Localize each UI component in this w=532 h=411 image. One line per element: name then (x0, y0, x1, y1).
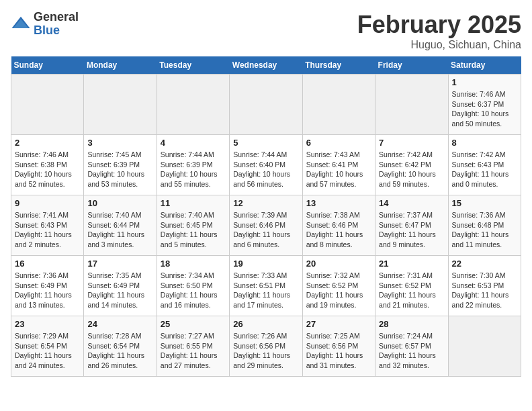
day-number: 28 (379, 319, 444, 329)
calendar-cell: 10Sunrise: 7:40 AM Sunset: 6:44 PM Dayli… (84, 195, 157, 256)
day-number: 15 (452, 198, 517, 208)
day-info: Sunrise: 7:25 AM Sunset: 6:56 PM Dayligh… (306, 331, 371, 371)
day-number: 25 (161, 319, 226, 329)
calendar-cell: 12Sunrise: 7:39 AM Sunset: 6:46 PM Dayli… (230, 195, 302, 256)
day-info: Sunrise: 7:44 AM Sunset: 6:39 PM Dayligh… (161, 150, 226, 189)
calendar-cell: 14Sunrise: 7:37 AM Sunset: 6:47 PM Dayli… (375, 195, 448, 256)
calendar-cell: 7Sunrise: 7:42 AM Sunset: 6:42 PM Daylig… (375, 135, 448, 195)
day-info: Sunrise: 7:40 AM Sunset: 6:44 PM Dayligh… (87, 210, 152, 250)
calendar-cell: 3Sunrise: 7:45 AM Sunset: 6:39 PM Daylig… (84, 135, 157, 195)
day-info: Sunrise: 7:40 AM Sunset: 6:45 PM Dayligh… (161, 210, 226, 250)
calendar-subtitle: Huguo, Sichuan, China (357, 39, 521, 51)
day-info: Sunrise: 7:41 AM Sunset: 6:43 PM Dayligh… (15, 210, 80, 250)
day-info: Sunrise: 7:26 AM Sunset: 6:56 PM Dayligh… (233, 331, 298, 371)
weekday-header: Saturday (448, 56, 521, 75)
day-info: Sunrise: 7:30 AM Sunset: 6:53 PM Dayligh… (452, 271, 517, 310)
day-info: Sunrise: 7:36 AM Sunset: 6:48 PM Dayligh… (452, 210, 517, 250)
calendar-cell: 6Sunrise: 7:43 AM Sunset: 6:41 PM Daylig… (302, 135, 375, 195)
day-number: 4 (161, 138, 226, 148)
day-number: 2 (15, 138, 80, 148)
day-info: Sunrise: 7:46 AM Sunset: 6:38 PM Dayligh… (15, 150, 80, 189)
calendar-cell (157, 75, 229, 135)
calendar-cell: 2Sunrise: 7:46 AM Sunset: 6:38 PM Daylig… (11, 135, 84, 195)
calendar-cell: 26Sunrise: 7:26 AM Sunset: 6:56 PM Dayli… (230, 316, 302, 377)
day-info: Sunrise: 7:39 AM Sunset: 6:46 PM Dayligh… (233, 210, 298, 250)
day-number: 22 (452, 259, 517, 269)
weekday-header: Wednesday (230, 56, 302, 75)
calendar-cell (11, 75, 84, 135)
day-info: Sunrise: 7:33 AM Sunset: 6:51 PM Dayligh… (233, 271, 298, 310)
day-number: 24 (87, 319, 152, 329)
day-info: Sunrise: 7:31 AM Sunset: 6:52 PM Dayligh… (379, 271, 444, 310)
day-number: 9 (15, 198, 80, 208)
weekday-header: Friday (375, 56, 448, 75)
day-info: Sunrise: 7:29 AM Sunset: 6:54 PM Dayligh… (15, 331, 80, 371)
calendar-title: February 2025 (357, 11, 521, 39)
day-number: 6 (306, 138, 371, 148)
day-number: 13 (306, 198, 371, 208)
calendar-cell: 5Sunrise: 7:44 AM Sunset: 6:40 PM Daylig… (230, 135, 302, 195)
day-number: 7 (379, 138, 444, 148)
calendar-cell: 21Sunrise: 7:31 AM Sunset: 6:52 PM Dayli… (375, 256, 448, 316)
calendar-cell: 9Sunrise: 7:41 AM Sunset: 6:43 PM Daylig… (11, 195, 84, 256)
day-number: 14 (379, 198, 444, 208)
day-number: 27 (306, 319, 371, 329)
calendar-header: General Blue February 2025 Huguo, Sichua… (11, 11, 521, 51)
day-info: Sunrise: 7:42 AM Sunset: 6:43 PM Dayligh… (452, 150, 517, 189)
calendar-cell: 17Sunrise: 7:35 AM Sunset: 6:49 PM Dayli… (84, 256, 157, 316)
weekday-header: Thursday (302, 56, 375, 75)
day-number: 3 (87, 138, 152, 148)
calendar-cell: 28Sunrise: 7:24 AM Sunset: 6:57 PM Dayli… (375, 316, 448, 377)
day-info: Sunrise: 7:43 AM Sunset: 6:41 PM Dayligh… (306, 150, 371, 189)
day-number: 20 (306, 259, 371, 269)
day-number: 11 (161, 198, 226, 208)
calendar-week-row: 2Sunrise: 7:46 AM Sunset: 6:38 PM Daylig… (11, 135, 521, 195)
day-number: 10 (87, 198, 152, 208)
day-info: Sunrise: 7:37 AM Sunset: 6:47 PM Dayligh… (379, 210, 444, 250)
day-info: Sunrise: 7:24 AM Sunset: 6:57 PM Dayligh… (379, 331, 444, 371)
day-number: 19 (233, 259, 298, 269)
day-number: 26 (233, 319, 298, 329)
calendar-cell: 8Sunrise: 7:42 AM Sunset: 6:43 PM Daylig… (448, 135, 521, 195)
day-info: Sunrise: 7:42 AM Sunset: 6:42 PM Dayligh… (379, 150, 444, 189)
calendar-cell: 1Sunrise: 7:46 AM Sunset: 6:37 PM Daylig… (448, 75, 521, 135)
day-info: Sunrise: 7:45 AM Sunset: 6:39 PM Dayligh… (87, 150, 152, 189)
calendar-cell: 22Sunrise: 7:30 AM Sunset: 6:53 PM Dayli… (448, 256, 521, 316)
weekday-header-row: SundayMondayTuesdayWednesdayThursdayFrid… (11, 56, 521, 75)
calendar-cell: 13Sunrise: 7:38 AM Sunset: 6:46 PM Dayli… (302, 195, 375, 256)
day-number: 16 (15, 259, 80, 269)
weekday-header: Tuesday (157, 56, 229, 75)
logo: General Blue (11, 11, 79, 38)
day-info: Sunrise: 7:27 AM Sunset: 6:55 PM Dayligh… (161, 331, 226, 371)
calendar-week-row: 16Sunrise: 7:36 AM Sunset: 6:49 PM Dayli… (11, 256, 521, 316)
logo-blue-text: Blue (34, 24, 79, 38)
calendar-cell: 18Sunrise: 7:34 AM Sunset: 6:50 PM Dayli… (157, 256, 229, 316)
day-number: 17 (87, 259, 152, 269)
day-info: Sunrise: 7:38 AM Sunset: 6:46 PM Dayligh… (306, 210, 371, 250)
calendar-cell: 11Sunrise: 7:40 AM Sunset: 6:45 PM Dayli… (157, 195, 229, 256)
calendar-cell (302, 75, 375, 135)
day-info: Sunrise: 7:35 AM Sunset: 6:49 PM Dayligh… (87, 271, 152, 310)
title-block: February 2025 Huguo, Sichuan, China (357, 11, 521, 51)
day-number: 8 (452, 138, 517, 148)
weekday-header: Monday (84, 56, 157, 75)
calendar-week-row: 1Sunrise: 7:46 AM Sunset: 6:37 PM Daylig… (11, 75, 521, 135)
logo-general-text: General (34, 11, 79, 24)
calendar-cell: 19Sunrise: 7:33 AM Sunset: 6:51 PM Dayli… (230, 256, 302, 316)
day-info: Sunrise: 7:44 AM Sunset: 6:40 PM Dayligh… (233, 150, 298, 189)
day-number: 1 (452, 77, 517, 87)
day-info: Sunrise: 7:34 AM Sunset: 6:50 PM Dayligh… (161, 271, 226, 310)
day-number: 18 (161, 259, 226, 269)
calendar-cell: 16Sunrise: 7:36 AM Sunset: 6:49 PM Dayli… (11, 256, 84, 316)
calendar-cell (448, 316, 521, 377)
day-info: Sunrise: 7:46 AM Sunset: 6:37 PM Dayligh… (452, 89, 517, 129)
calendar-cell (84, 75, 157, 135)
calendar-cell: 20Sunrise: 7:32 AM Sunset: 6:52 PM Dayli… (302, 256, 375, 316)
calendar-cell (375, 75, 448, 135)
calendar-cell: 27Sunrise: 7:25 AM Sunset: 6:56 PM Dayli… (302, 316, 375, 377)
calendar-cell: 25Sunrise: 7:27 AM Sunset: 6:55 PM Dayli… (157, 316, 229, 377)
calendar-cell: 4Sunrise: 7:44 AM Sunset: 6:39 PM Daylig… (157, 135, 229, 195)
calendar-cell: 23Sunrise: 7:29 AM Sunset: 6:54 PM Dayli… (11, 316, 84, 377)
day-info: Sunrise: 7:36 AM Sunset: 6:49 PM Dayligh… (15, 271, 80, 310)
day-info: Sunrise: 7:28 AM Sunset: 6:54 PM Dayligh… (87, 331, 152, 371)
